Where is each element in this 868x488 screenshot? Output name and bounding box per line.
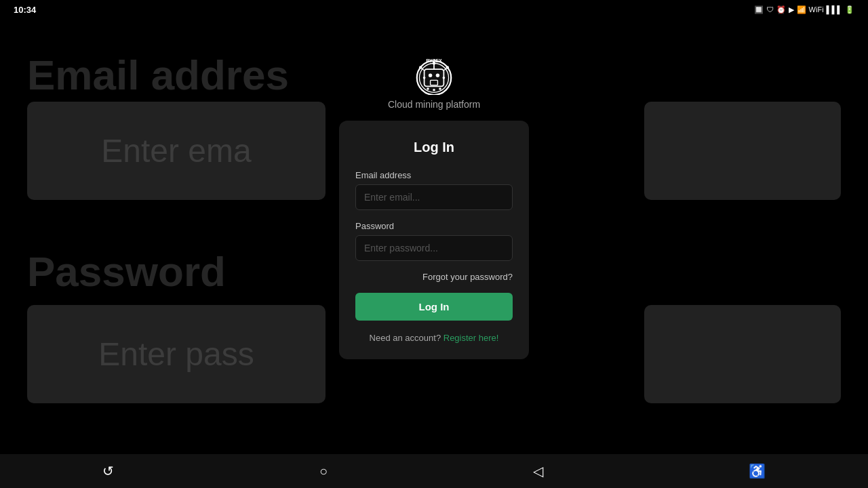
password-input[interactable]	[355, 235, 513, 261]
media-icon: ▶	[789, 5, 794, 14]
register-link[interactable]: Register here!	[443, 333, 499, 343]
svg-text:RYZEX: RYZEX	[426, 58, 442, 64]
notification-icon: 🔲	[754, 5, 764, 14]
login-title: Log In	[355, 140, 513, 155]
svg-point-9	[443, 77, 446, 79]
password-label: Password	[355, 221, 513, 231]
brand-subtitle: Cloud mining platform	[388, 99, 480, 110]
nav-accessibility-icon[interactable]: ♿	[749, 463, 766, 479]
battery-icon: 🔋	[845, 5, 854, 14]
login-button[interactable]: Log In	[355, 293, 513, 321]
bottom-nav: ↺ ○ ◁ ♿	[0, 454, 868, 488]
main-content: RYZEX Cloud mining platform Log In Email…	[0, 19, 868, 454]
wifi-icon: WiFi	[809, 5, 824, 14]
status-time: 10:34	[14, 5, 36, 15]
nav-refresh-icon[interactable]: ↺	[102, 463, 114, 479]
signal-flags-icon: 📶	[797, 5, 806, 14]
logo-container: RYZEX Cloud mining platform	[388, 34, 480, 110]
status-bar: 10:34 🔲 🛡 ⏰ ▶ 📶 WiFi ▌▌▌ 🔋	[0, 0, 868, 19]
nav-back-icon[interactable]: ◁	[533, 463, 543, 479]
email-input[interactable]	[355, 184, 513, 210]
alarm-icon: ⏰	[776, 5, 786, 14]
login-card: Log In Email address Password Forgot you…	[339, 121, 529, 359]
svg-point-4	[436, 74, 439, 77]
svg-point-16	[439, 87, 441, 90]
register-prompt-text: Need an account?	[370, 333, 441, 343]
email-label: Email address	[355, 170, 513, 180]
status-icons: 🔲 🛡 ⏰ ▶ 📶 WiFi ▌▌▌ 🔋	[754, 5, 854, 14]
forgot-password-link[interactable]: Forgot your password?	[355, 272, 513, 282]
svg-point-8	[423, 77, 426, 79]
vpn-icon: 🛡	[766, 5, 774, 14]
signal-icon: ▌▌▌	[827, 5, 842, 14]
svg-point-3	[429, 74, 432, 77]
svg-point-15	[433, 89, 435, 92]
register-prompt: Need an account? Register here!	[355, 333, 513, 343]
ryzex-logo: RYZEX	[403, 34, 465, 95]
svg-point-14	[427, 87, 429, 90]
nav-home-icon[interactable]: ○	[319, 464, 328, 479]
